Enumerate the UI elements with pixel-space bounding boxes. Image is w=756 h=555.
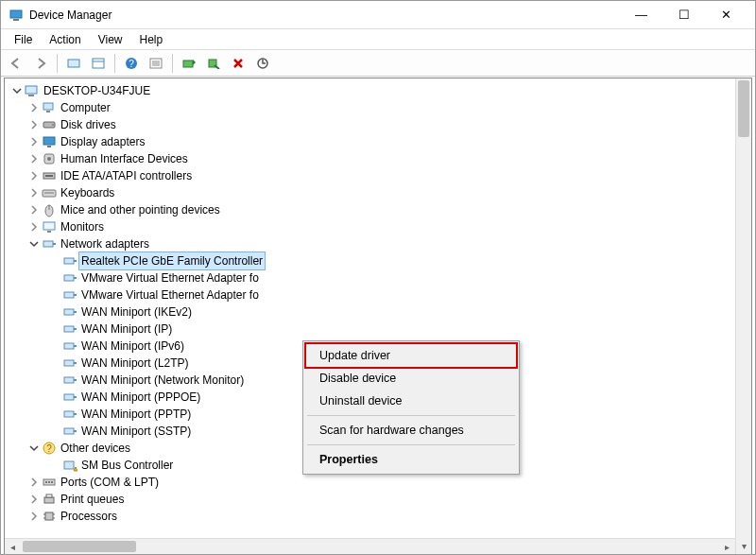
vertical-scrollbar[interactable]: ▴ ▾ xyxy=(735,78,751,554)
horizontal-scrollbar[interactable]: ◂ ▸ xyxy=(5,538,735,554)
context-uninstall-device[interactable]: Uninstall device xyxy=(306,390,516,412)
expander-spacer xyxy=(48,254,61,268)
tree-category[interactable]: Processors xyxy=(5,508,735,525)
expand-icon[interactable] xyxy=(27,510,41,523)
network-icon xyxy=(62,373,77,388)
svg-rect-52 xyxy=(64,411,74,417)
scroll-left-icon[interactable]: ◂ xyxy=(5,539,21,554)
scroll-down-icon[interactable]: ▾ xyxy=(736,538,751,554)
scroll-thumb[interactable] xyxy=(738,80,749,137)
tree-device[interactable]: VMware Virtual Ethernet Adapter fo xyxy=(5,286,735,304)
tree-category[interactable]: Ports (COM & LPT) xyxy=(5,474,735,491)
update-driver-icon[interactable] xyxy=(178,53,200,74)
svg-rect-37 xyxy=(74,277,77,279)
properties-pane-icon[interactable] xyxy=(87,53,110,74)
tree-device[interactable]: VMware Virtual Ethernet Adapter fo xyxy=(5,269,735,286)
tree-item-label: WAN Miniport (IKEv2) xyxy=(81,304,192,321)
collapse-icon[interactable] xyxy=(27,237,41,251)
help-icon[interactable]: ? xyxy=(120,53,143,74)
tree-category[interactable]: Network adapters xyxy=(5,235,735,252)
tree-category[interactable]: Display adapters xyxy=(5,133,735,150)
svg-rect-49 xyxy=(74,379,77,381)
tree-root[interactable]: DESKTOP-U34FJUE xyxy=(5,82,735,99)
scan-hardware-icon[interactable] xyxy=(251,53,274,74)
svg-rect-31 xyxy=(47,231,51,233)
svg-rect-41 xyxy=(74,311,77,313)
tree-category[interactable]: Human Interface Devices xyxy=(5,150,735,167)
svg-rect-65 xyxy=(44,497,54,503)
network-icon xyxy=(62,321,77,337)
tree-category[interactable]: IDE ATA/ATAPI controllers xyxy=(5,167,735,184)
svg-rect-21 xyxy=(47,146,51,147)
tree-item-label: IDE ATA/ATAPI controllers xyxy=(60,167,192,184)
svg-rect-32 xyxy=(43,241,53,247)
expander-spacer xyxy=(48,288,61,302)
svg-rect-20 xyxy=(43,137,55,145)
scroll-right-icon[interactable]: ▸ xyxy=(719,539,735,554)
menu-action[interactable]: Action xyxy=(42,31,88,48)
tree-category[interactable]: Disk drives xyxy=(5,116,735,133)
tree-item-label: Other devices xyxy=(60,440,130,457)
expand-icon[interactable] xyxy=(27,203,41,217)
svg-rect-50 xyxy=(64,394,74,400)
context-disable-device[interactable]: Disable device xyxy=(306,367,516,390)
maximize-button[interactable]: ☐ xyxy=(662,2,705,28)
tree-category[interactable]: Computer xyxy=(5,99,735,116)
context-scan-hardware[interactable]: Scan for hardware changes xyxy=(306,419,516,442)
network-icon xyxy=(62,338,77,354)
svg-text:?: ? xyxy=(129,59,134,69)
expand-icon[interactable] xyxy=(27,186,41,199)
tree-item-label: Mice and other pointing devices xyxy=(60,201,220,218)
delete-icon[interactable] xyxy=(227,53,249,74)
svg-rect-44 xyxy=(64,343,74,349)
expand-icon[interactable] xyxy=(27,135,41,148)
context-properties[interactable]: Properties xyxy=(306,448,516,471)
tree-device[interactable]: WAN Miniport (IKEv2) xyxy=(5,304,735,321)
svg-rect-1 xyxy=(13,19,19,21)
minimize-button[interactable]: — xyxy=(620,2,662,28)
svg-rect-45 xyxy=(74,345,77,347)
svg-rect-16 xyxy=(43,103,53,110)
expand-icon[interactable] xyxy=(27,169,41,182)
tree-category[interactable]: Monitors xyxy=(5,218,735,235)
tree-category[interactable]: Print queues xyxy=(5,491,735,508)
tree-item-label: WAN Miniport (PPTP) xyxy=(81,406,191,423)
context-separator xyxy=(307,444,515,445)
tree-item-label: WAN Miniport (Network Monitor) xyxy=(81,372,244,389)
expand-icon[interactable] xyxy=(27,493,41,506)
menu-help[interactable]: Help xyxy=(132,31,171,48)
tree-category[interactable]: Mice and other pointing devices xyxy=(5,201,735,218)
cpu-icon xyxy=(42,509,57,524)
hscroll-thumb[interactable] xyxy=(23,541,136,552)
tree-item-label: Human Interface Devices xyxy=(60,150,188,167)
svg-rect-36 xyxy=(64,275,74,281)
tree-item-label: Realtek PCIe GbE Family Controller xyxy=(78,251,266,270)
toolbar: ? xyxy=(1,50,755,77)
tree-item-label: Disk drives xyxy=(60,116,116,133)
collapse-icon[interactable] xyxy=(27,442,41,455)
tree-device[interactable]: WAN Miniport (IP) xyxy=(5,321,735,338)
back-icon[interactable] xyxy=(5,53,27,74)
close-button[interactable]: ✕ xyxy=(705,2,747,28)
expand-icon[interactable] xyxy=(27,220,41,234)
expand-icon[interactable] xyxy=(27,118,41,131)
tree-device[interactable]: Realtek PCIe GbE Family Controller xyxy=(5,252,735,269)
tree-item-label: Keyboards xyxy=(60,184,114,201)
expand-icon[interactable] xyxy=(27,476,41,489)
warning-device-icon: ! xyxy=(62,458,77,473)
keyboard-icon xyxy=(42,185,57,200)
forward-icon[interactable] xyxy=(29,53,52,74)
collapse-icon[interactable] xyxy=(10,84,24,97)
network-icon xyxy=(62,253,77,269)
show-hidden-icon[interactable] xyxy=(62,53,85,74)
properties-icon[interactable] xyxy=(145,53,167,74)
device-tree[interactable]: DESKTOP-U34FJUEComputerDisk drivesDispla… xyxy=(5,78,751,554)
expander-spacer xyxy=(48,408,61,421)
context-update-driver[interactable]: Update driver xyxy=(306,344,516,367)
expand-icon[interactable] xyxy=(27,101,41,114)
menu-file[interactable]: File xyxy=(7,31,40,48)
expand-icon[interactable] xyxy=(27,152,41,165)
tree-category[interactable]: Keyboards xyxy=(5,184,735,201)
menu-view[interactable]: View xyxy=(91,31,130,48)
uninstall-icon[interactable] xyxy=(202,53,225,74)
